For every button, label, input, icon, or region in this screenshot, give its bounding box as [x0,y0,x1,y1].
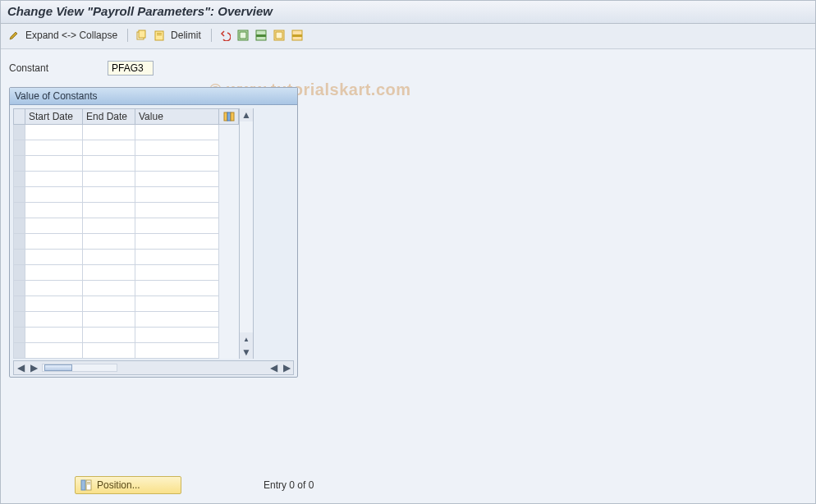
row-selector[interactable] [14,172,25,187]
row-selector-header[interactable] [14,109,25,125]
cell-start-date[interactable] [25,312,83,328]
table-row[interactable] [14,343,239,359]
row-selector[interactable] [14,125,25,140]
cell-end-date[interactable] [83,312,135,328]
table-row[interactable] [14,296,239,312]
cell-value[interactable] [135,296,219,312]
copy-icon[interactable] [133,27,149,44]
cell-start-date[interactable] [25,187,83,203]
table-row[interactable] [14,281,239,296]
cell-value[interactable] [135,203,219,218]
cell-value[interactable] [135,281,219,296]
table-row[interactable] [14,187,239,203]
cell-end-date[interactable] [83,296,135,312]
cell-end-date[interactable] [83,203,135,218]
table-row[interactable] [14,156,239,172]
cell-start-date[interactable] [25,343,83,359]
column-value[interactable]: Value [135,109,219,125]
constants-table[interactable]: Start Date End Date Value [13,108,239,359]
cell-start-date[interactable] [25,172,83,187]
pencil-icon[interactable] [6,27,22,44]
cell-value[interactable] [135,125,219,140]
table-row[interactable] [14,265,239,281]
row-selector[interactable] [14,328,25,343]
hscroll-track[interactable] [42,364,117,372]
cell-start-date[interactable] [25,234,83,250]
column-start-date[interactable]: Start Date [25,109,83,125]
horizontal-scrollbar[interactable]: ◀ ▶ ◀ ▶ [13,360,294,375]
cell-value[interactable] [135,218,219,234]
deselect-block-icon[interactable] [289,27,305,44]
select-block-icon[interactable] [253,27,269,44]
row-selector[interactable] [14,312,25,328]
cell-end-date[interactable] [83,265,135,281]
row-selector[interactable] [14,187,25,203]
cell-value[interactable] [135,172,219,187]
table-row[interactable] [14,140,239,156]
table-row[interactable] [14,250,239,265]
row-selector[interactable] [14,203,25,218]
row-selector[interactable] [14,281,25,296]
row-selector[interactable] [14,156,25,172]
cell-end-date[interactable] [83,343,135,359]
cell-value[interactable] [135,312,219,328]
cell-start-date[interactable] [25,218,83,234]
cell-end-date[interactable] [83,187,135,203]
cell-start-date[interactable] [25,156,83,172]
cell-end-date[interactable] [83,234,135,250]
cell-value[interactable] [135,328,219,343]
vertical-scrollbar[interactable]: ▲ ▲ ▼ [239,108,254,359]
row-selector[interactable] [14,250,25,265]
cell-start-date[interactable] [25,265,83,281]
row-selector[interactable] [14,140,25,156]
cell-start-date[interactable] [25,296,83,312]
table-row[interactable] [14,203,239,218]
row-selector[interactable] [14,343,25,359]
cell-end-date[interactable] [83,156,135,172]
column-end-date[interactable]: End Date [83,109,135,125]
cell-end-date[interactable] [83,140,135,156]
table-row[interactable] [14,312,239,328]
scroll-right-icon[interactable]: ▶ [27,362,40,373]
table-row[interactable] [14,125,239,140]
scroll-left-icon[interactable]: ◀ [14,362,27,373]
cell-value[interactable] [135,156,219,172]
cell-end-date[interactable] [83,250,135,265]
delimit-button[interactable]: Delimit [169,30,206,41]
scroll-down-icon[interactable]: ▼ [240,346,253,359]
cell-value[interactable] [135,250,219,265]
row-selector[interactable] [14,296,25,312]
hscroll-thumb[interactable] [44,364,72,371]
expand-collapse-button[interactable]: Expand <-> Collapse [24,30,122,41]
cell-value[interactable] [135,234,219,250]
cell-start-date[interactable] [25,281,83,296]
deselect-all-icon[interactable] [271,27,287,44]
cell-end-date[interactable] [83,328,135,343]
scroll-up-small-icon[interactable]: ▲ [240,332,253,346]
scroll-track[interactable] [240,121,253,332]
scroll-right-end-icon[interactable]: ▶ [280,362,293,373]
cell-end-date[interactable] [83,218,135,234]
cell-start-date[interactable] [25,140,83,156]
position-button[interactable]: Position... [75,476,181,494]
table-row[interactable] [14,218,239,234]
cell-start-date[interactable] [25,328,83,343]
clipboard-icon[interactable] [151,27,167,44]
row-selector[interactable] [14,265,25,281]
cell-value[interactable] [135,343,219,359]
undo-icon[interactable] [217,27,233,44]
cell-value[interactable] [135,140,219,156]
cell-value[interactable] [135,187,219,203]
scroll-left-end-icon[interactable]: ◀ [267,362,280,373]
table-row[interactable] [14,234,239,250]
scroll-up-icon[interactable]: ▲ [240,108,253,121]
row-selector[interactable] [14,234,25,250]
row-selector[interactable] [14,218,25,234]
table-row[interactable] [14,172,239,187]
table-row[interactable] [14,328,239,343]
cell-end-date[interactable] [83,125,135,140]
cell-value[interactable] [135,265,219,281]
cell-start-date[interactable] [25,125,83,140]
cell-end-date[interactable] [83,281,135,296]
table-settings-icon[interactable] [219,109,239,125]
